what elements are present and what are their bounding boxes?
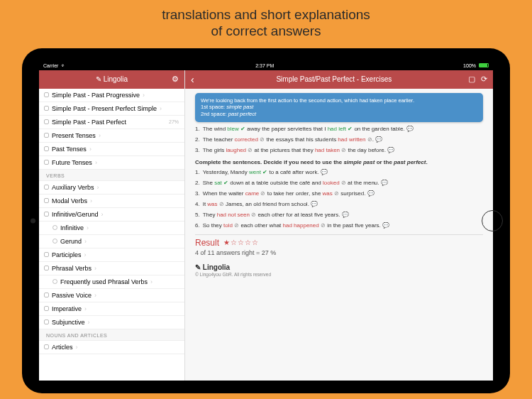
chevron-right-icon: ›	[87, 224, 89, 231]
explain-line: 1st space: simple past	[201, 104, 477, 111]
promo-line2: of correct answers	[162, 23, 370, 40]
comment-icon[interactable]: 💬	[311, 201, 318, 207]
battery-label: 100%	[463, 63, 476, 68]
comment-icon[interactable]: 💬	[381, 180, 388, 186]
content-body[interactable]: We're looking back from the first action…	[185, 89, 493, 381]
chevron-right-icon: ›	[84, 305, 87, 312]
sidebar-item-label: Phrasal Verbs	[52, 265, 92, 272]
checkbox-icon	[44, 160, 49, 165]
checkbox-icon	[44, 119, 49, 124]
sidebar-item[interactable]: Infinitive›	[39, 222, 184, 235]
bookmark-icon[interactable]: ▢	[468, 75, 475, 84]
score-text: 4 of 11 answers right = 27 %	[195, 249, 483, 256]
sidebar-item-label: Past Tenses	[52, 146, 87, 153]
checkbox-icon	[44, 252, 49, 257]
comment-icon[interactable]: 💬	[342, 212, 349, 218]
sidebar-item[interactable]: Passive Voice›	[39, 289, 184, 302]
gear-icon[interactable]: ⚙	[172, 75, 179, 84]
sidebar-item[interactable]: Subjunctive›	[39, 316, 184, 329]
sidebar-item[interactable]: Imperative›	[39, 302, 184, 316]
chevron-right-icon: ›	[99, 132, 101, 139]
chevron-right-icon: ›	[84, 251, 87, 258]
checkbox-icon	[44, 344, 49, 349]
exercise-sentence: 1.The wind blew ✔ away the paper serviet…	[195, 125, 483, 133]
sidebar-item[interactable]: Modal Verbs›	[39, 195, 184, 208]
checkbox-icon	[52, 279, 57, 284]
chevron-right-icon: ›	[84, 238, 87, 245]
page-title: Simple Past/Past Perfect - Exercises	[200, 75, 468, 83]
content-header: ‹ Simple Past/Past Perfect - Exercises ▢…	[185, 70, 493, 89]
sidebar-item[interactable]: Gerund›	[39, 235, 184, 248]
exercise-sentence: 2.She sat ✔ down at a table outside the …	[195, 179, 483, 187]
chevron-right-icon: ›	[89, 146, 92, 153]
chevron-right-icon: ›	[76, 344, 78, 351]
sidebar-item-label: Simple Past - Present Perfect Simple	[52, 105, 157, 112]
sidebar-item[interactable]: Simple Past - Past Perfect27%	[39, 116, 184, 129]
sidebar-list: Simple Past - Past Progressive›Simple Pa…	[39, 89, 184, 381]
sidebar-item-label: Present Tenses	[52, 132, 96, 139]
checkbox-icon	[44, 146, 49, 151]
sidebar-item[interactable]: Present Tenses›	[39, 129, 184, 143]
progress-percent: 27%	[169, 119, 179, 124]
sidebar: ✎ Lingolia ⚙ Simple Past - Past Progress…	[39, 70, 185, 381]
chevron-right-icon: ›	[94, 265, 96, 272]
tablet-frame: Carrier ᯤ 2:37 PM 100% ✎ Lingolia ⚙ Simp…	[22, 48, 510, 393]
sidebar-item[interactable]: Simple Past - Present Perfect Simple›	[39, 102, 184, 116]
chevron-right-icon: ›	[88, 319, 90, 326]
sidebar-item-label: Future Tenses	[52, 159, 92, 166]
comment-icon[interactable]: 💬	[382, 222, 389, 229]
promo-line1: translations and short explanations	[162, 7, 370, 23]
checkbox-icon	[44, 92, 49, 97]
chevron-right-icon: ›	[90, 197, 92, 204]
chevron-right-icon: ›	[101, 211, 104, 218]
refresh-icon[interactable]: ⟳	[481, 75, 487, 84]
sidebar-item-label: Frequently used Phrasal Verbs	[60, 278, 148, 285]
sidebar-item-label: Modal Verbs	[52, 197, 87, 204]
sidebar-item[interactable]: Past Tenses›	[39, 143, 184, 156]
exercise-sentence: 1.Yesterday, Mandy went ✔ to a café afte…	[195, 168, 483, 177]
footer-brand: ✎ Lingolia	[195, 263, 483, 271]
chevron-right-icon: ›	[97, 184, 99, 191]
sidebar-item[interactable]: Future Tenses›	[39, 156, 184, 170]
chevron-right-icon: ›	[143, 92, 145, 99]
checkbox-icon	[44, 185, 49, 190]
comment-icon[interactable]: 💬	[321, 169, 328, 175]
explain-line: We're looking back from the first action…	[201, 97, 477, 104]
comment-icon[interactable]: 💬	[367, 190, 375, 197]
exercise-sentence: 6.So they told ⊘ each other what had hap…	[195, 222, 483, 230]
checkbox-icon	[44, 133, 49, 138]
promo-heading: translations and short explanations of c…	[162, 7, 370, 40]
sidebar-item-label: Simple Past - Past Progressive	[52, 92, 140, 99]
clock-label: 2:37 PM	[255, 63, 274, 68]
sidebar-item-label: Passive Voice	[52, 292, 92, 299]
result-heading: Result ★☆☆☆☆	[195, 238, 483, 248]
checkbox-icon	[44, 266, 49, 270]
sidebar-item[interactable]: Infinitive/Gerund›	[39, 208, 184, 222]
exercise-sentence: 2.The teacher corrected ⊘ the essays tha…	[195, 136, 483, 144]
checkbox-icon	[44, 198, 49, 203]
sidebar-item-label: Imperative	[52, 305, 82, 312]
sidebar-item[interactable]: Frequently used Phrasal Verbs›	[39, 275, 184, 289]
exercise-sentence: 3.The girls laughed ⊘ at the pictures th…	[195, 146, 483, 155]
footer-copyright: © Lingo4you GbR. All rights reserved	[195, 272, 483, 277]
chevron-right-icon: ›	[95, 159, 97, 166]
content-pane: ‹ Simple Past/Past Perfect - Exercises ▢…	[185, 70, 493, 381]
brand-logo: ✎ Lingolia	[96, 75, 128, 83]
sidebar-item-label: Articles	[52, 344, 73, 351]
sidebar-item[interactable]: Participles›	[39, 248, 184, 262]
instruction: Complete the sentences. Decide if you ne…	[195, 159, 483, 165]
comment-icon[interactable]: 💬	[387, 147, 394, 153]
sidebar-item[interactable]: Articles›	[39, 341, 184, 354]
sidebar-item-label: Participles	[52, 251, 82, 258]
exercise-sentence: 5.They had not seen ⊘ each other for at …	[195, 211, 483, 219]
sidebar-item[interactable]: Phrasal Verbs›	[39, 262, 184, 275]
explanation-tooltip: We're looking back from the first action…	[195, 93, 483, 122]
sidebar-item[interactable]: Auxiliary Verbs›	[39, 181, 184, 195]
comment-icon[interactable]: 💬	[406, 126, 414, 132]
back-icon[interactable]: ‹	[191, 74, 194, 85]
chevron-right-icon: ›	[150, 278, 153, 285]
comment-icon[interactable]: 💬	[375, 136, 382, 143]
chevron-right-icon: ›	[94, 292, 96, 299]
wifi-icon: ᯤ	[61, 63, 66, 68]
sidebar-item[interactable]: Simple Past - Past Progressive›	[39, 89, 184, 102]
